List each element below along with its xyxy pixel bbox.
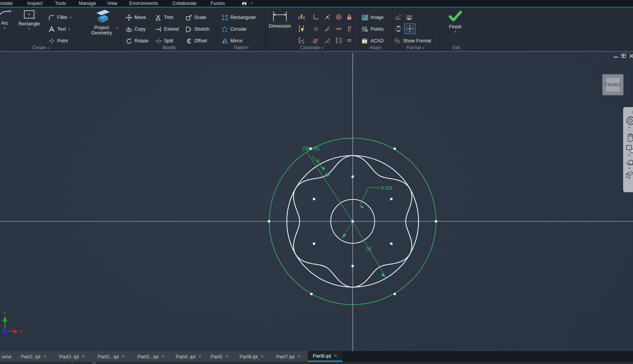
arc-button[interactable]: Arc ▾ — [0, 9, 14, 30]
driven-dimension-button[interactable]: HxH — [405, 13, 414, 21]
extend-button[interactable]: Extend — [155, 25, 179, 33]
smooth-constraint-button[interactable] — [323, 36, 332, 45]
rectangular-pattern-button[interactable]: Rectangular — [222, 13, 256, 22]
chevron-down-icon[interactable]: ▾ — [0, 26, 14, 30]
panel-label-format[interactable]: Format▾ — [392, 45, 438, 50]
auto-dimension-button[interactable] — [297, 13, 306, 21]
desktop-connector-button[interactable] — [240, 1, 249, 6]
fix-constraint-button[interactable] — [345, 13, 354, 21]
stretch-button[interactable]: Stretch — [186, 25, 209, 33]
zoom-window-icon[interactable] — [626, 145, 633, 154]
dim-radius-value[interactable]: 9.333 — [381, 185, 392, 191]
acad-button[interactable]: ACAD — [362, 37, 384, 45]
offset-label: Offset — [194, 38, 207, 44]
tab-part2b[interactable]: Part2...ipt✕ — [93, 351, 130, 362]
chevron-down-icon[interactable]: ▾ — [116, 26, 118, 30]
concentric-constraint-button[interactable] — [334, 13, 343, 21]
menu-tools[interactable]: Tools — [55, 1, 66, 6]
fillet-button[interactable]: Fillet ▾ — [48, 13, 72, 22]
menu-inspect[interactable]: Inspect — [27, 1, 42, 6]
restore-icon[interactable] — [621, 54, 626, 58]
move-button[interactable]: Move — [126, 13, 146, 22]
show-constraints-button[interactable] — [297, 36, 306, 45]
chevron-down-icon[interactable] — [628, 155, 631, 156]
project-geometry-button[interactable]: Project Geometry ▾ — [86, 9, 117, 36]
close-icon[interactable]: ✕ — [161, 354, 165, 359]
scale-button[interactable]: Scale — [186, 13, 206, 22]
close-icon[interactable]: ✕ — [297, 354, 301, 359]
collinear-constraint-button[interactable] — [323, 25, 332, 33]
split-button[interactable]: Split — [155, 37, 173, 45]
point-button[interactable]: Point — [48, 37, 68, 45]
dimension-button[interactable]: Dimension — [267, 11, 292, 29]
centerline-button[interactable] — [394, 25, 403, 33]
text-button[interactable]: Text ▾ — [48, 25, 70, 33]
tab-part7[interactable]: Part7.ipt✕ — [272, 351, 305, 362]
close-icon[interactable] — [629, 54, 633, 58]
tab-part3b[interactable]: Part3...ipt✕ — [133, 351, 170, 362]
perpendicular-constraint-button[interactable] — [311, 13, 320, 21]
panel-label-create[interactable]: Create▾ — [0, 45, 81, 50]
close-icon[interactable]: ✕ — [43, 354, 47, 359]
chevron-down-icon[interactable]: ▾ — [251, 1, 253, 5]
origin-point[interactable] — [2, 329, 8, 334]
close-icon[interactable]: ✕ — [334, 353, 337, 358]
chevron-down-icon[interactable]: ▾ — [444, 30, 467, 34]
coincident-constraint-button[interactable] — [323, 13, 332, 21]
close-icon[interactable]: ✕ — [225, 354, 228, 359]
tab-part3[interactable]: Part3..ipt✕ — [54, 351, 90, 362]
rotate-button[interactable]: Rotate — [126, 37, 148, 45]
close-icon[interactable]: ✕ — [81, 354, 85, 359]
tab-part4[interactable]: Part4..ipt✕ — [172, 351, 205, 362]
trim-button[interactable]: Trim — [155, 13, 173, 22]
tab-part5[interactable]: Part5✕ — [208, 351, 231, 362]
mirror-button[interactable]: Mirror — [222, 37, 243, 45]
menu-environments[interactable]: Environments — [129, 1, 158, 6]
tab-part6[interactable]: Part6.ipt✕ — [234, 351, 269, 362]
look-at-icon[interactable] — [626, 171, 633, 179]
dim-offset-value[interactable]: 6 — [317, 159, 320, 164]
chevron-down-icon[interactable] — [628, 127, 631, 128]
tangent-constraint-button[interactable] — [311, 36, 320, 45]
tab-part2[interactable]: Part2..ipt✕ — [16, 351, 52, 362]
view-cube[interactable]: FRONT — [602, 74, 624, 95]
menu-annotate[interactable]: nnotate — [0, 1, 13, 6]
image-button[interactable]: Image — [362, 13, 384, 22]
construction-geometry-button[interactable] — [394, 13, 403, 21]
dim-distance-value[interactable]: 28 — [366, 246, 371, 252]
close-icon[interactable]: ✕ — [122, 354, 125, 359]
panel-label-constrain[interactable]: Constrain▾ — [265, 45, 358, 50]
constraint-settings-button[interactable] — [297, 25, 306, 33]
finish-sketch-button[interactable]: Finish ▾ — [444, 10, 467, 34]
symmetric-constraint-button[interactable] — [334, 36, 343, 45]
orbit-icon[interactable] — [626, 158, 633, 166]
tab-home[interactable]: ome — [0, 351, 13, 362]
sketch-canvas[interactable]: (366.00) 6 9.333 28 Y X FRONT — [0, 53, 633, 364]
pan-hand-icon[interactable] — [626, 133, 633, 143]
navigation-wheel-icon[interactable] — [626, 116, 633, 126]
menu-manage[interactable]: Manage — [79, 1, 96, 6]
copy-button[interactable]: Copy — [126, 25, 145, 33]
tab-part8-active[interactable]: Part8.ipt✕ — [308, 351, 342, 362]
chevron-down-icon[interactable]: ▾ — [69, 27, 70, 31]
points-button[interactable]: Points — [362, 25, 384, 33]
circular-pattern-button[interactable]: Circular — [222, 25, 247, 33]
horizontal-constraint-button[interactable] — [334, 25, 343, 33]
chevron-down-icon[interactable] — [628, 168, 631, 169]
close-icon[interactable]: ✕ — [198, 354, 202, 359]
chevron-down-icon[interactable]: ▾ — [70, 16, 72, 19]
navbar-close-icon[interactable] — [631, 110, 633, 114]
equal-constraint-button[interactable] — [345, 36, 354, 45]
show-format-button[interactable]: Show Format — [394, 37, 431, 45]
center-point-button[interactable] — [405, 24, 415, 34]
vertical-constraint-button[interactable] — [345, 25, 354, 33]
chevron-down-icon[interactable]: ▾ — [16, 27, 42, 31]
rectangle-button[interactable]: Rectangle ▾ — [16, 9, 42, 31]
offset-button[interactable]: Offset — [186, 37, 207, 45]
menu-fusion[interactable]: Fusion — [211, 1, 225, 6]
menu-collaborate[interactable]: Collaborate — [172, 1, 197, 6]
menu-view[interactable]: View — [107, 1, 117, 6]
parallel-constraint-button[interactable] — [311, 25, 320, 33]
close-icon[interactable]: ✕ — [261, 354, 264, 359]
minimize-icon[interactable] — [614, 57, 618, 58]
